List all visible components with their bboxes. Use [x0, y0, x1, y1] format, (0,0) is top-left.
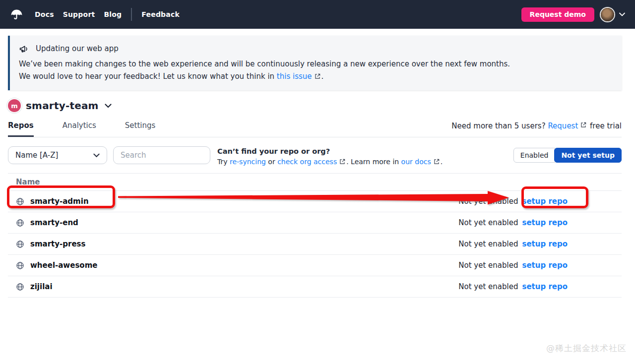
org-name: smarty-team — [26, 100, 99, 112]
nav-link-support[interactable]: Support — [59, 10, 100, 18]
table-row: zijilai Not yet enabledsetup repo — [8, 276, 622, 298]
repo-status: Not yet enabled — [458, 261, 518, 270]
repo-name-link[interactable]: smarty-end — [30, 218, 78, 227]
top-navbar: Docs Support Blog Feedback Request demo — [0, 0, 635, 29]
free-trial-note: Need more than 5 users? Request free tri… — [451, 121, 622, 137]
repo-name-link[interactable]: smarty-admin — [30, 197, 89, 206]
banner-text-end: . — [321, 72, 324, 81]
tabs-bar: Repos Analytics Settings Need more than … — [8, 121, 622, 137]
setup-repo-link[interactable]: setup repo — [522, 197, 568, 206]
org-header: m smarty-team — [8, 99, 622, 112]
umbrella-logo-icon[interactable] — [10, 8, 23, 21]
setup-repo-link[interactable]: setup repo — [522, 218, 568, 227]
help-title: Can’t find your repo or org? — [217, 146, 443, 157]
repo-name-link[interactable]: wheel-awesome — [30, 261, 97, 270]
this-issue-link[interactable]: this issue — [277, 72, 312, 81]
repo-status: Not yet enabled — [458, 240, 518, 248]
globe-icon — [16, 283, 24, 291]
table-row: wheel-awesome Not yet enabledsetup repo — [8, 255, 622, 276]
trial-text-end: free trial — [587, 121, 622, 130]
globe-icon — [16, 261, 24, 270]
help-text: or — [266, 158, 277, 166]
nav-divider — [131, 8, 132, 21]
filter-not-yet-setup-button[interactable]: Not yet setup — [554, 148, 622, 163]
banner-body: We’ve been making changes to the web exp… — [19, 58, 521, 84]
help-links-line: Try re-syncing or check org access. Lear… — [217, 157, 443, 168]
request-trial-link[interactable]: Request — [548, 121, 578, 130]
setup-repo-link[interactable]: setup repo — [522, 261, 568, 270]
help-text: . Learn more in — [346, 158, 401, 166]
watermark: @稀土掘金技术社区 — [546, 343, 627, 354]
repo-status: Not yet enabled — [458, 282, 518, 291]
org-chevron-down-icon[interactable] — [105, 104, 112, 108]
megaphone-icon — [19, 44, 29, 54]
request-demo-button[interactable]: Request demo — [521, 7, 594, 22]
setup-repo-link[interactable]: setup repo — [522, 282, 568, 291]
search-input[interactable] — [113, 146, 210, 164]
filter-bar: Name [A-Z] Can’t find your repo or org? … — [8, 146, 622, 168]
banner-text: We’ve been making changes to the web exp… — [19, 60, 510, 81]
external-link-icon — [433, 158, 440, 168]
announcement-banner: Updating our web app We’ve been making c… — [8, 36, 622, 90]
globe-icon — [16, 240, 24, 248]
sort-select-value: Name [A-Z] — [15, 151, 58, 160]
globe-icon — [16, 219, 24, 227]
repo-table: Name smarty-admin Not yet enabledsetup r… — [8, 173, 622, 298]
nav-link-blog[interactable]: Blog — [99, 10, 126, 18]
nav-link-feedback[interactable]: Feedback — [137, 10, 184, 18]
repo-name-link[interactable]: smarty-press — [30, 240, 85, 248]
repo-status: Not yet enabled — [458, 218, 518, 227]
table-row: smarty-press Not yet enabledsetup repo — [8, 234, 622, 255]
setup-filter-toggle: Enabled Not yet setup — [513, 148, 622, 163]
banner-title: Updating our web app — [36, 43, 119, 54]
trial-text: Need more than 5 users? — [451, 121, 548, 130]
check-org-access-link[interactable]: check org access — [277, 158, 337, 166]
tab-settings[interactable]: Settings — [125, 121, 156, 137]
table-row: smarty-end Not yet enabledsetup repo — [8, 212, 622, 234]
globe-icon — [16, 197, 24, 206]
external-link-icon — [339, 158, 346, 168]
our-docs-link[interactable]: our docs — [401, 158, 431, 166]
sort-select[interactable]: Name [A-Z] — [8, 146, 107, 164]
external-link-icon — [580, 121, 587, 130]
app-page: Docs Support Blog Feedback Request demo … — [0, 0, 635, 364]
resync-link[interactable]: re-syncing — [230, 158, 266, 166]
repo-help-text: Can’t find your repo or org? Try re-sync… — [217, 146, 443, 168]
org-avatar: m — [8, 99, 21, 112]
user-avatar[interactable] — [601, 8, 614, 21]
chevron-down-icon — [93, 153, 100, 158]
tab-analytics[interactable]: Analytics — [63, 121, 96, 137]
help-text: . — [441, 158, 443, 166]
table-row: smarty-admin Not yet enabledsetup repo — [8, 191, 622, 212]
external-link-icon — [314, 71, 321, 84]
filter-enabled-button[interactable]: Enabled — [513, 148, 556, 163]
repo-status: Not yet enabled — [458, 197, 518, 206]
chevron-down-icon[interactable] — [619, 12, 625, 16]
help-text: Try — [217, 158, 230, 166]
setup-repo-link[interactable]: setup repo — [522, 240, 568, 248]
table-header-name[interactable]: Name — [8, 173, 622, 191]
repo-name-link[interactable]: zijilai — [30, 282, 53, 291]
nav-link-docs[interactable]: Docs — [30, 10, 59, 18]
tab-repos[interactable]: Repos — [8, 121, 34, 137]
